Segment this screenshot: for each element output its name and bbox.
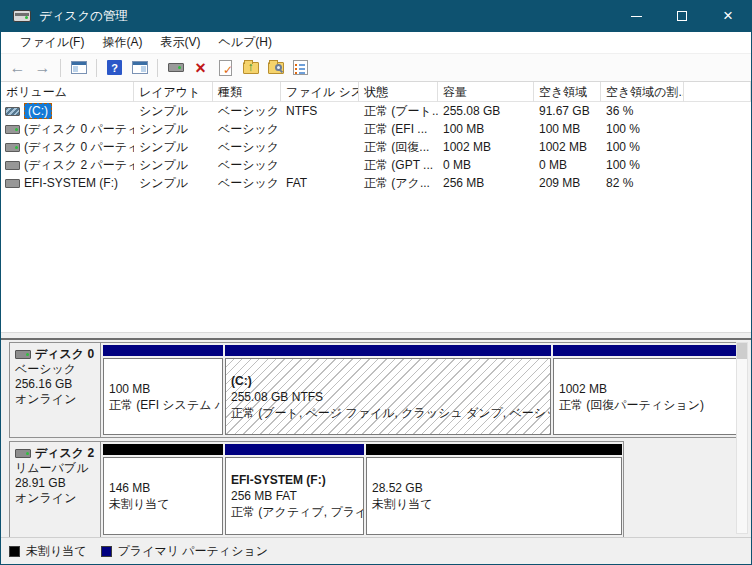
volume-name: (ディスク 2 パーティシ... (24, 157, 134, 174)
partition-c-drive[interactable]: (C:) 255.08 GB NTFS 正常 (ブート, ページ ファイル, ク… (225, 345, 551, 435)
scrollbar-thumb[interactable] (737, 343, 747, 359)
disk-size: 28.91 GB (15, 476, 95, 491)
partition-color-strip (366, 444, 622, 455)
partition-color-strip (103, 345, 223, 356)
partition-efi-system-f[interactable]: EFI-SYSTEM (F:) 256 MB FAT 正常 (アクティブ, プラ… (225, 444, 364, 535)
partition-recovery[interactable]: 1002 MB 正常 (回復パーティション) (553, 345, 741, 435)
disk-2-row: ディスク 2 リムーバブル 28.91 GB オンライン 146 MB 未割り当… (9, 441, 624, 537)
menu-view[interactable]: 表示(V) (151, 32, 209, 53)
menu-file[interactable]: ファイル(F) (11, 32, 93, 53)
disk-kind: ベーシック (15, 362, 95, 377)
column-header-empty (684, 82, 751, 102)
column-header-capacity[interactable]: 容量 (438, 82, 534, 102)
rescan-disks-icon (168, 63, 184, 72)
unallocated-swatch-icon (9, 546, 20, 557)
partition-color-strip (553, 345, 741, 356)
mark-active-button[interactable]: ✓ (215, 57, 236, 78)
action-pane-button[interactable] (129, 57, 150, 78)
graphical-scrollbar[interactable] (736, 342, 748, 534)
forward-button[interactable]: → (32, 57, 53, 78)
column-header-free-pct[interactable]: 空き領域の割... (601, 82, 684, 102)
properties-button[interactable] (290, 57, 311, 78)
volume-name: EFI-SYSTEM (F:) (24, 176, 118, 190)
column-header-volume[interactable]: ボリューム (1, 82, 134, 102)
window-controls: × (613, 0, 751, 32)
disk-size: 256.16 GB (15, 377, 95, 392)
volume-list-header: ボリューム レイアウト 種類 ファイル システム 状態 容量 空き領域 空き領域… (1, 82, 751, 102)
legend-primary-partition: プライマリ パーティション (101, 543, 268, 560)
column-header-free[interactable]: 空き領域 (534, 82, 601, 102)
legend-unallocated: 未割り当て (9, 543, 87, 560)
legend-bar: 未割り当て プライマリ パーティション (1, 537, 751, 564)
forward-icon: → (35, 60, 51, 76)
partition-unallocated-1[interactable]: 146 MB 未割り当て (103, 444, 223, 535)
disk-2-partitions: 146 MB 未割り当て EFI-SYSTEM (F:) 256 MB FAT … (101, 442, 623, 537)
disk-0-partitions: 100 MB 正常 (EFI システム パー (C:) 255.08 GB NT… (101, 343, 741, 437)
explore-folder-icon (268, 62, 284, 74)
table-row[interactable]: (ディスク 0 パーティシ... シンプル ベーシック 正常 (回復... 10… (1, 138, 751, 156)
volume-name: (C:) (24, 103, 52, 119)
maximize-icon (677, 11, 687, 21)
volume-icon (5, 107, 20, 116)
window-title: ディスクの管理 (39, 8, 128, 25)
maximize-button[interactable] (659, 0, 705, 32)
console-tree-button[interactable] (68, 57, 89, 78)
column-header-layout[interactable]: レイアウト (134, 82, 213, 102)
table-row[interactable]: (C:) シンプル ベーシック NTFS 正常 (ブート... 255.08 G… (1, 102, 751, 120)
menu-help[interactable]: ヘルプ(H) (209, 32, 281, 53)
disk-2-label[interactable]: ディスク 2 リムーバブル 28.91 GB オンライン (10, 442, 101, 537)
open-folder-icon: ↑ (243, 62, 259, 74)
partition-unallocated-2[interactable]: 28.52 GB 未割り当て (366, 444, 622, 535)
menu-action[interactable]: 操作(A) (93, 32, 151, 53)
partition-color-strip (225, 345, 551, 356)
table-row[interactable]: (ディスク 2 パーティシ... シンプル ベーシック 正常 (GPT ... … (1, 156, 751, 174)
partition-efi-system[interactable]: 100 MB 正常 (EFI システム パー (103, 345, 223, 435)
volume-icon (5, 161, 20, 170)
disk-0-label[interactable]: ディスク 0 ベーシック 256.16 GB オンライン (10, 343, 101, 437)
minimize-icon (631, 16, 642, 17)
console-tree-icon (71, 61, 87, 74)
back-button[interactable]: ← (7, 57, 28, 78)
action-pane-icon (132, 61, 148, 74)
help-icon: ? (107, 60, 122, 75)
help-button[interactable]: ? (104, 57, 125, 78)
disk-management-window: ディスクの管理 × ファイル(F) 操作(A) 表示(V) ヘルプ(H) ← →… (0, 0, 752, 565)
disk-state: オンライン (15, 392, 95, 407)
titlebar: ディスクの管理 × (1, 0, 751, 32)
properties-icon (293, 60, 308, 75)
close-button[interactable]: × (705, 0, 751, 32)
disk-state: オンライン (15, 491, 95, 506)
disk-kind: リムーバブル (15, 461, 95, 476)
magnifier-icon (275, 64, 282, 71)
toolbar: ← → ? × ✓ ↑ (1, 54, 751, 82)
open-button[interactable]: ↑ (240, 57, 261, 78)
partition-color-strip (225, 444, 364, 455)
volume-icon (5, 125, 20, 134)
graphical-view: ディスク 0 ベーシック 256.16 GB オンライン 100 MB 正常 (… (1, 340, 751, 537)
primary-partition-swatch-icon (101, 546, 112, 557)
volume-name: (ディスク 0 パーティシ... (24, 139, 134, 156)
pane-splitter[interactable] (1, 332, 751, 340)
rescan-disks-button[interactable] (165, 57, 186, 78)
disk-0-row: ディスク 0 ベーシック 256.16 GB オンライン 100 MB 正常 (… (9, 342, 742, 438)
column-header-status[interactable]: 状態 (359, 82, 438, 102)
column-header-filesystem[interactable]: ファイル システム (281, 82, 359, 102)
minimize-button[interactable] (613, 0, 659, 32)
toolbar-separator (96, 59, 97, 77)
toolbar-separator (60, 59, 61, 77)
table-row[interactable]: (ディスク 0 パーティシ... シンプル ベーシック 正常 (EFI ... … (1, 120, 751, 138)
column-header-type[interactable]: 種類 (213, 82, 281, 102)
volume-list: ボリューム レイアウト 種類 ファイル システム 状態 容量 空き領域 空き領域… (1, 82, 751, 332)
toolbar-separator (157, 59, 158, 77)
volume-name: (ディスク 0 パーティシ... (24, 121, 134, 138)
table-row[interactable]: EFI-SYSTEM (F:) シンプル ベーシック FAT 正常 (アク...… (1, 174, 751, 192)
app-icon (13, 10, 31, 22)
back-icon: ← (10, 60, 26, 76)
menubar: ファイル(F) 操作(A) 表示(V) ヘルプ(H) (1, 32, 751, 54)
explore-button[interactable] (265, 57, 286, 78)
disk-icon (15, 350, 31, 359)
delete-button[interactable]: × (190, 57, 211, 78)
volume-icon (5, 143, 20, 152)
delete-icon: × (195, 59, 206, 77)
volume-icon (5, 179, 20, 188)
